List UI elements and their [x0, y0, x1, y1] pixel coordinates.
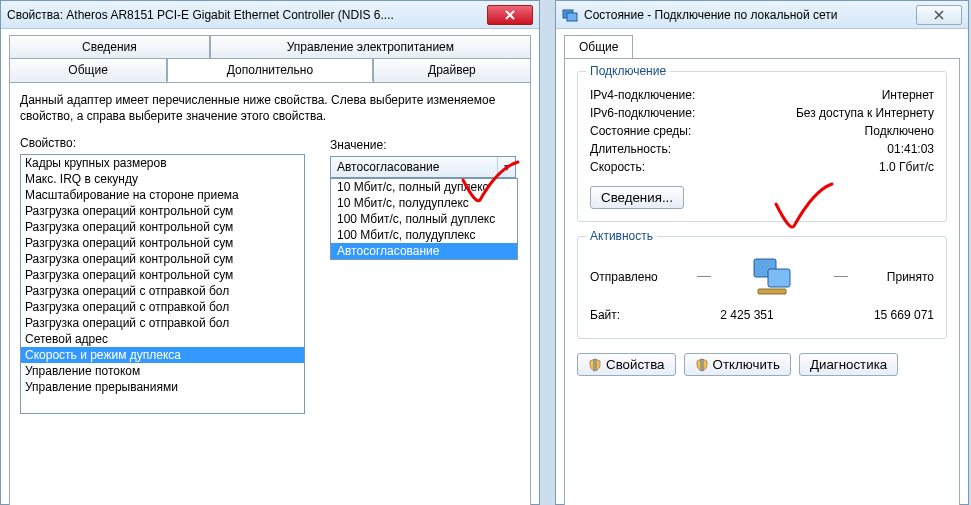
value-combo[interactable]: Автосогласование ▾ 10 Мбит/с, полный дуп… [330, 156, 516, 178]
adapter-properties-window: Свойства: Atheros AR8151 PCI-E Gigabit E… [0, 0, 540, 505]
row-key: Состояние среды: [590, 124, 691, 138]
button-row: Свойства Отключить Диагностика [577, 353, 947, 376]
svg-rect-3 [768, 269, 790, 287]
property-item[interactable]: Управление потоком [21, 363, 304, 379]
advanced-body: Данный адаптер имеет перечисленные ниже … [9, 82, 531, 505]
properties-button-label: Свойства [606, 357, 665, 372]
property-item[interactable]: Разгрузка операций с отправкой бол [21, 299, 304, 315]
dropdown-item[interactable]: 10 Мбит/с, полудуплекс [331, 195, 517, 211]
network-activity-icon [750, 255, 794, 298]
property-list[interactable]: Кадры крупных размеровМакс. IRQ в секунд… [20, 154, 305, 414]
connection-row: IPv4-подключение:Интернет [590, 88, 934, 102]
tab-row-1: Сведения Управление электропитанием [9, 35, 531, 58]
row-value: 1.0 Гбит/с [879, 160, 934, 174]
chevron-down-icon: ▾ [497, 157, 515, 177]
property-item[interactable]: Разгрузка операций контрольной сум [21, 219, 304, 235]
close-button[interactable] [916, 5, 962, 25]
row-key: IPv6-подключение: [590, 106, 695, 120]
row-value: Без доступа к Интернету [796, 106, 934, 120]
tab-general[interactable]: Общие [564, 35, 633, 58]
property-item[interactable]: Сетевой адрес [21, 331, 304, 347]
property-item[interactable]: Управление прерываниями [21, 379, 304, 395]
dropdown-item[interactable]: 100 Мбит/с, полный дуплекс [331, 211, 517, 227]
group-title-activity: Активность [586, 229, 657, 243]
row-key: Длительность: [590, 142, 671, 156]
activity-group: Активность Отправлено Принято Байт: 2 42… [577, 236, 947, 339]
group-title-connection: Подключение [586, 64, 670, 78]
connection-row: IPv6-подключение:Без доступа к Интернету [590, 106, 934, 120]
window-title: Свойства: Atheros AR8151 PCI-E Gigabit E… [7, 8, 487, 22]
value-dropdown: 10 Мбит/с, полный дуплекс10 Мбит/с, полу… [330, 178, 518, 260]
status-body: Подключение IPv4-подключение:ИнтернетIPv… [564, 58, 960, 505]
property-item[interactable]: Разгрузка операций контрольной сум [21, 267, 304, 283]
tab-power[interactable]: Управление электропитанием [210, 35, 531, 58]
connection-status-window: Состояние - Подключение по локальной сет… [555, 0, 969, 505]
tab-row-2: Общие Дополнительно Драйвер [9, 58, 531, 82]
details-button-label: Сведения... [601, 190, 673, 205]
value-label: Значение: [330, 138, 520, 152]
property-item[interactable]: Макс. IRQ в секунду [21, 171, 304, 187]
row-value: Интернет [882, 88, 934, 102]
tab-driver[interactable]: Драйвер [373, 58, 531, 82]
properties-button[interactable]: Свойства [577, 353, 676, 376]
shield-icon [695, 358, 709, 372]
property-item[interactable]: Разгрузка операций с отправкой бол [21, 283, 304, 299]
network-icon [562, 7, 578, 23]
property-item[interactable]: Масштабирование на стороне приема [21, 187, 304, 203]
sent-label: Отправлено [590, 270, 658, 284]
tab-info[interactable]: Сведения [9, 35, 210, 58]
property-item[interactable]: Разгрузка операций контрольной сум [21, 235, 304, 251]
dropdown-item[interactable]: 10 Мбит/с, полный дуплекс [331, 179, 517, 195]
svg-rect-4 [758, 289, 786, 294]
recv-label: Принято [887, 270, 934, 284]
titlebar: Свойства: Atheros AR8151 PCI-E Gigabit E… [1, 1, 539, 29]
details-button[interactable]: Сведения... [590, 186, 684, 209]
dropdown-item[interactable]: 100 Мбит/с, полудуплекс [331, 227, 517, 243]
row-key: IPv4-подключение: [590, 88, 695, 102]
property-item[interactable]: Разгрузка операций контрольной сум [21, 251, 304, 267]
advanced-description: Данный адаптер имеет перечисленные ниже … [20, 93, 520, 124]
tabs: Общие [564, 35, 960, 58]
row-value: Подключено [865, 124, 934, 138]
tab-advanced[interactable]: Дополнительно [167, 58, 373, 82]
combo-value: Автосогласование [331, 160, 497, 174]
shield-icon [588, 358, 602, 372]
titlebar: Состояние - Подключение по локальной сет… [556, 1, 968, 29]
svg-rect-1 [567, 13, 577, 21]
diagnostics-button-label: Диагностика [810, 357, 887, 372]
property-item[interactable]: Скорость и режим дуплекса [21, 347, 304, 363]
bytes-label: Байт: [590, 308, 620, 322]
tab-general[interactable]: Общие [9, 58, 167, 82]
disable-button-label: Отключить [713, 357, 780, 372]
row-key: Скорость: [590, 160, 645, 174]
close-button[interactable] [487, 5, 533, 25]
row-value: 01:41:03 [887, 142, 934, 156]
connection-row: Длительность:01:41:03 [590, 142, 934, 156]
property-item[interactable]: Разгрузка операций контрольной сум [21, 203, 304, 219]
dropdown-item[interactable]: Автосогласование [331, 243, 517, 259]
window-title: Состояние - Подключение по локальной сет… [584, 8, 916, 22]
bytes-recv: 15 669 071 [874, 308, 934, 322]
property-item[interactable]: Кадры крупных размеров [21, 155, 304, 171]
property-item[interactable]: Разгрузка операций с отправкой бол [21, 315, 304, 331]
diagnostics-button[interactable]: Диагностика [799, 353, 898, 376]
property-label: Свойство: [20, 136, 305, 150]
connection-group: Подключение IPv4-подключение:ИнтернетIPv… [577, 71, 947, 222]
connection-row: Скорость:1.0 Гбит/с [590, 160, 934, 174]
bytes-sent: 2 425 351 [720, 308, 773, 322]
connection-row: Состояние среды:Подключено [590, 124, 934, 138]
disable-button[interactable]: Отключить [684, 353, 791, 376]
